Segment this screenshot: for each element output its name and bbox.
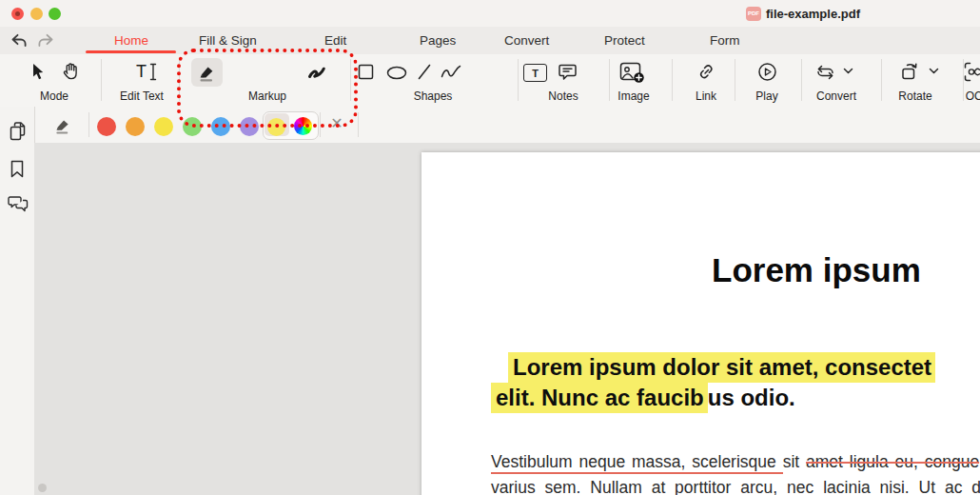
document-body-line-2: varius sem. Nullam at porttitor arcu, ne… (491, 478, 980, 495)
selected-color-swatch[interactable] (267, 118, 285, 136)
undo-icon[interactable] (10, 31, 29, 50)
ibeam-cursor-icon (149, 63, 157, 81)
group-label-play: Play (755, 89, 777, 103)
window-title: file-example.pdf (766, 7, 860, 21)
group-label-edit-text: Edit Text (120, 89, 164, 103)
highlighted-text: elit. Nunc ac faucib (491, 383, 708, 413)
colorbar-separator (88, 112, 89, 137)
custom-color-wheel-icon[interactable] (294, 117, 312, 135)
text-box-note-icon[interactable]: T (523, 64, 547, 82)
pdf-editor-window: PDF file-example.pdf Home Fill & Sign Ed… (0, 0, 980, 495)
color-swatch-purple[interactable] (240, 117, 259, 136)
play-media-icon[interactable] (757, 62, 777, 82)
main-toolbar: Mode T Edit Text U S Markup (0, 54, 980, 108)
zoom-window-button[interactable] (49, 8, 61, 20)
plain-body-text: sit (783, 452, 806, 471)
comment-note-icon[interactable] (558, 63, 578, 82)
tab-form[interactable]: Form (710, 33, 740, 48)
rectangle-shape-icon[interactable] (358, 64, 374, 80)
colorbar-separator (358, 112, 359, 137)
plain-bold-text: us odio. (708, 385, 795, 410)
colorbar-separator (320, 112, 321, 137)
add-image-icon[interactable] (619, 62, 645, 84)
scrollbar-thumb[interactable] (38, 484, 47, 492)
ellipse-shape-icon[interactable] (386, 66, 407, 80)
group-label-shapes: Shapes (414, 89, 453, 103)
document-heading: Lorem ipsum (712, 251, 921, 289)
left-sidebar (0, 107, 35, 495)
struck-text: amet ligula eu, congue (806, 452, 979, 471)
group-label-notes: Notes (548, 89, 578, 103)
tab-edit[interactable]: Edit (324, 33, 346, 48)
comments-panel-icon[interactable] (8, 193, 29, 212)
hand-tool-icon[interactable] (61, 61, 80, 81)
color-swatch-green[interactable] (183, 117, 202, 136)
window-title-group: PDF file-example.pdf (746, 6, 860, 21)
title-bar: PDF file-example.pdf (0, 0, 980, 27)
highlight-color-bar: ✕ (34, 107, 980, 144)
freehand-draw-icon[interactable] (440, 64, 462, 80)
tab-home[interactable]: Home (114, 33, 148, 48)
group-label-image: Image (617, 89, 649, 103)
edit-text-tool[interactable]: T (136, 63, 157, 81)
pdf-page: Lorem ipsum Lorem ipsum dolor sit amet, … (421, 152, 980, 495)
select-cursor-icon[interactable] (29, 62, 47, 81)
close-colorbar-icon[interactable]: ✕ (325, 114, 348, 132)
toolbar-separator (609, 59, 610, 101)
tab-convert[interactable]: Convert (504, 33, 549, 48)
line-shape-icon[interactable] (417, 63, 432, 81)
toolbar-separator (735, 59, 735, 101)
active-tab-underline (86, 50, 176, 53)
color-swatch-yellow[interactable] (154, 117, 173, 136)
document-viewport[interactable]: Lorem ipsum Lorem ipsum dolor sit amet, … (34, 143, 980, 495)
pen-markup-tool-icon[interactable] (307, 64, 329, 81)
note-box-letter: T (532, 68, 539, 79)
toolbar-separator (672, 59, 673, 101)
group-label-ocr: OCR (966, 89, 980, 103)
toolbar-separator (801, 59, 802, 101)
document-body-line-1: Vestibulum neque massa, scelerisque sit … (491, 452, 979, 472)
color-swatch-orange[interactable] (126, 117, 145, 136)
redo-icon[interactable] (36, 31, 55, 50)
color-swatch-blue[interactable] (211, 117, 230, 136)
document-bold-line-1: Lorem ipsum dolor sit amet, consectet (508, 354, 935, 381)
color-swatch-red[interactable] (97, 117, 116, 136)
toolbar-separator (179, 59, 180, 101)
ribbon-tab-bar: Home Fill & Sign Edit Pages Convert Prot… (0, 27, 980, 55)
toolbar-separator (518, 59, 519, 101)
group-label-markup: Markup (248, 89, 286, 103)
convert-chevron-down-icon[interactable] (843, 68, 853, 74)
tab-pages[interactable]: Pages (420, 33, 456, 48)
group-label-link: Link (696, 89, 716, 103)
page-thumbnails-icon[interactable] (8, 121, 28, 142)
underlined-text: Vestibulum neque massa, scelerisque (491, 452, 783, 474)
tab-protect[interactable]: Protect (604, 33, 645, 48)
tab-fill-sign[interactable]: Fill & Sign (199, 33, 257, 48)
group-label-mode: Mode (40, 89, 69, 103)
rotate-chevron-down-icon[interactable] (929, 68, 939, 74)
unsaved-dot-icon (15, 11, 20, 16)
pdf-file-icon: PDF (746, 7, 761, 21)
toolbar-separator (881, 59, 882, 101)
rotate-icon[interactable] (899, 61, 921, 83)
convert-icon[interactable] (814, 63, 836, 82)
highlighted-text: Lorem ipsum dolor sit amet, consectet (508, 352, 935, 383)
close-window-button[interactable] (11, 8, 24, 20)
bookmarks-icon[interactable] (9, 159, 26, 179)
edit-text-letter: T (136, 63, 147, 80)
group-label-convert: Convert (816, 89, 856, 103)
group-label-rotate: Rotate (898, 89, 931, 103)
highlight-tool-icon[interactable] (197, 63, 217, 83)
minimize-window-button[interactable] (30, 8, 43, 20)
link-tool-icon[interactable] (696, 62, 716, 82)
toolbar-separator (350, 59, 351, 101)
document-bold-line-2: elit. Nunc ac faucibus odio. (491, 385, 795, 411)
toolbar-separator (101, 59, 102, 101)
ocr-tool-icon[interactable] (964, 62, 980, 82)
highlighter-icon (53, 116, 72, 135)
